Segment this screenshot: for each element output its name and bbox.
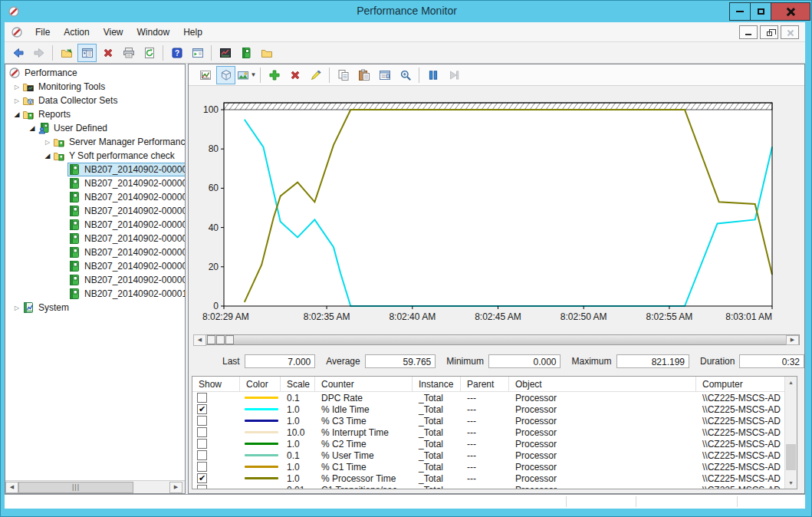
show-cell[interactable] (192, 439, 240, 449)
show-checkbox[interactable] (197, 416, 207, 426)
show-cell[interactable] (192, 393, 240, 403)
child-restore-button[interactable] (760, 25, 778, 39)
column-header-parent[interactable]: Parent (461, 377, 509, 391)
print-button[interactable] (119, 44, 138, 62)
paste-counter-list-button[interactable] (354, 66, 373, 84)
maximize-button[interactable] (750, 2, 771, 21)
tree-item-nb207-20140902-000004[interactable]: NB207_20140902-000004 (5, 204, 185, 218)
tree-item-y-soft-performance-check[interactable]: ◢Y Soft performance check (5, 149, 185, 163)
perfmon-chart-button[interactable] (215, 44, 235, 62)
show-checkbox[interactable] (197, 450, 207, 460)
expanded-expander-icon[interactable]: ◢ (42, 152, 53, 160)
show-cell[interactable] (192, 416, 240, 426)
minimize-button[interactable] (729, 2, 751, 21)
time-range-handle[interactable] (216, 335, 225, 344)
tree-item-user-defined[interactable]: ◢User Defined (5, 121, 185, 135)
tree-item-nb207-20140902-000002[interactable]: NB207_20140902-000002 (5, 176, 185, 190)
tree-horizontal-scrollbar[interactable]: ◀ ||| ▶ (5, 480, 185, 493)
tree-item-nb207-20140902-000003[interactable]: NB207_20140902-000003 (5, 190, 185, 204)
column-header-object[interactable]: Object (509, 377, 696, 391)
menu-item-file[interactable]: File (28, 24, 57, 41)
column-header-scale[interactable]: Scale (281, 377, 315, 391)
view-current-activity-button[interactable] (196, 66, 215, 84)
add-counter-button[interactable] (265, 66, 284, 84)
tree-item-nb207-20140902-000009[interactable]: NB207_20140902-000009 (5, 273, 185, 287)
show-checkbox[interactable] (197, 427, 207, 437)
show-cell[interactable]: ✔ (192, 404, 240, 414)
update-data-button[interactable] (444, 66, 463, 84)
highlight-button[interactable] (306, 66, 325, 84)
tree-item-nb207-20140902-000010[interactable]: NB207_20140902-000010 (5, 287, 185, 301)
tree-item-system[interactable]: ▷System (5, 301, 185, 314)
tree-item-data-collector-sets[interactable]: ▷Data Collector Sets (5, 94, 185, 107)
column-header-instance[interactable]: Instance (413, 377, 461, 391)
change-graph-type-button[interactable]: ▼ (237, 66, 256, 84)
table-row[interactable]: 1.0% C1 Time_Total---Processor\\CZ225-MS… (192, 461, 786, 473)
show-checkbox[interactable]: ✔ (197, 404, 207, 414)
refresh-button[interactable] (140, 44, 159, 62)
menu-item-action[interactable]: Action (57, 24, 96, 41)
tree-item-server-manager-performance[interactable]: ▷Server Manager Performance (5, 135, 185, 149)
time-range-track[interactable]: ▶ (206, 334, 800, 345)
tree-item-nb207-20140902-000005[interactable]: NB207_20140902-000005 (5, 218, 185, 232)
column-header-color[interactable]: Color (240, 377, 281, 391)
column-header-computer[interactable]: Computer (696, 377, 786, 391)
collapsed-expander-icon[interactable]: ▷ (12, 305, 22, 311)
scroll-right-icon[interactable]: ▶ (169, 482, 182, 493)
tree-item-nb207-20140902-000008[interactable]: NB207_20140902-000008 (5, 259, 185, 273)
show-cell[interactable] (192, 450, 240, 460)
show-checkbox[interactable]: ✔ (197, 473, 207, 483)
show-action-pane-button[interactable] (188, 44, 207, 62)
table-row[interactable]: 0.1DPC Rate_Total---Processor\\CZ225-MSC… (192, 392, 786, 403)
collapsed-expander-icon[interactable]: ▷ (12, 97, 22, 104)
export-console-button[interactable] (57, 44, 76, 62)
menu-item-view[interactable]: View (97, 24, 130, 41)
tree-item-nb207-20140902-000001[interactable]: NB207_20140902-000001 (5, 163, 185, 176)
delete-button[interactable] (98, 44, 117, 62)
show-checkbox[interactable] (197, 462, 207, 472)
tree-item-nb207-20140902-000007[interactable]: NB207_20140902-000007 (5, 245, 185, 259)
close-button[interactable] (771, 2, 810, 21)
child-close-button[interactable] (781, 25, 799, 39)
freeze-display-button[interactable] (423, 66, 442, 84)
table-row[interactable]: ✔1.0% Processor Time_Total---Processor\\… (192, 473, 786, 484)
show-checkbox[interactable] (197, 393, 207, 403)
copy-properties-button[interactable] (334, 66, 353, 84)
show-cell[interactable]: ✔ (192, 473, 240, 483)
collapsed-expander-icon[interactable]: ▷ (42, 139, 53, 146)
table-row[interactable]: 1.0% C3 Time_Total---Processor\\CZ225-MS… (192, 415, 786, 426)
show-cell[interactable] (192, 462, 240, 472)
forward-button[interactable] (29, 44, 48, 62)
tree-scrollbar-thumb[interactable]: ||| (18, 482, 133, 493)
scroll-left-icon[interactable]: ◀ (5, 482, 18, 493)
column-header-show[interactable]: Show (192, 377, 240, 391)
table-vertical-scrollbar[interactable]: ▲ ▼ (784, 377, 797, 489)
table-scrollbar-thumb[interactable] (786, 444, 796, 470)
show-checkbox[interactable] (197, 485, 207, 489)
expanded-expander-icon[interactable]: ◢ (12, 110, 22, 118)
tree-item-nb207-20140902-000006[interactable]: NB207_20140902-000006 (5, 232, 185, 245)
time-range-handle[interactable] (207, 335, 215, 344)
time-scroll-left-icon[interactable]: ◀ (193, 334, 206, 346)
expanded-expander-icon[interactable]: ◢ (27, 124, 38, 132)
delete-counter-button[interactable] (285, 66, 304, 84)
table-row[interactable]: 10.0% Interrupt Time_Total---Processor\\… (192, 426, 786, 438)
time-range-bar[interactable]: ◀ ▶ (193, 334, 800, 346)
table-row[interactable]: 1.0% C2 Time_Total---Processor\\CZ225-MS… (192, 438, 786, 449)
child-minimize-button[interactable] (739, 25, 758, 39)
tree-item-reports[interactable]: ◢Reports (5, 107, 185, 121)
folder-button[interactable] (257, 44, 276, 62)
scroll-up-icon[interactable]: ▲ (785, 377, 797, 388)
collapsed-expander-icon[interactable]: ▷ (12, 84, 22, 91)
help-button[interactable]: ? (167, 44, 186, 62)
tree-item-monitoring-tools[interactable]: ▷Monitoring Tools (5, 80, 185, 94)
table-row[interactable]: ✔1.0% Idle Time_Total---Processor\\CZ225… (192, 403, 786, 415)
show-checkbox[interactable] (197, 439, 207, 449)
dropdown-arrow-icon[interactable]: ▼ (251, 71, 257, 78)
time-scroll-right-icon[interactable]: ▶ (786, 335, 799, 345)
show-cell[interactable] (192, 427, 240, 437)
menu-item-window[interactable]: Window (130, 24, 177, 41)
tree-item-performance[interactable]: Performance (5, 66, 185, 80)
table-row[interactable]: 0.1% User Time_Total---Processor\\CZ225-… (192, 449, 786, 461)
back-button[interactable] (8, 44, 28, 62)
